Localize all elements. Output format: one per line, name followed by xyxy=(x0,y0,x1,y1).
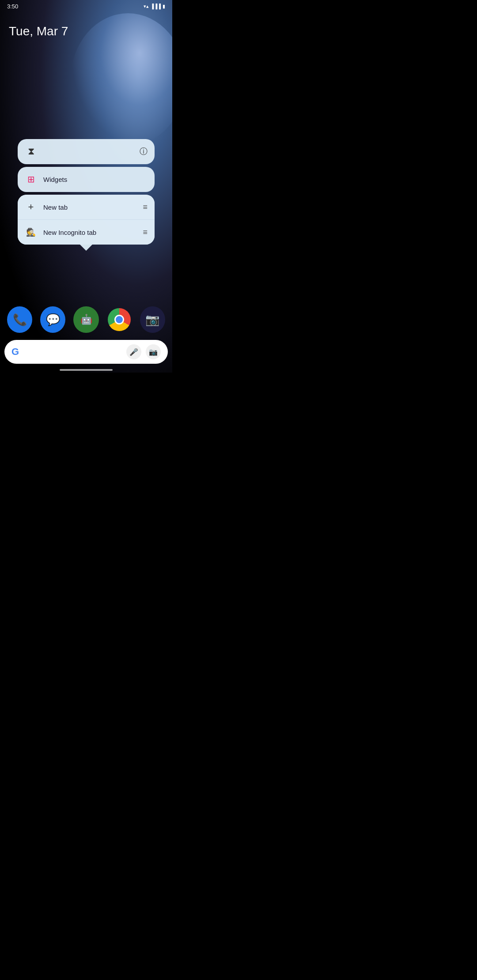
chrome-app-icon[interactable] xyxy=(107,306,132,333)
chrome-inner-circle xyxy=(114,315,124,324)
signal-icon: ▐▐▐ xyxy=(151,4,161,9)
plus-icon: + xyxy=(25,201,37,213)
context-menu: ⧗ ⓘ ⊞ Widgets + New tab ≡ 🕵 New Incognit… xyxy=(18,139,155,245)
info-icon[interactable]: ⓘ xyxy=(140,146,148,157)
search-bar[interactable]: G 🎤 📷 xyxy=(4,340,168,364)
new-tab-item[interactable]: + New tab ≡ xyxy=(18,195,155,220)
dock: 📞 💬 🤖 📷 xyxy=(0,306,172,333)
voice-search-button[interactable]: 🎤 xyxy=(126,344,141,359)
phone-icon: 📞 xyxy=(13,313,27,327)
messages-icon: 💬 xyxy=(46,313,60,327)
drag-handle-incognito: ≡ xyxy=(143,228,148,237)
nav-bar-handle xyxy=(60,369,113,371)
date-display: Tue, Mar 7 xyxy=(9,24,68,38)
wifi-icon: ▾▴ xyxy=(144,4,149,9)
microphone-icon: 🎤 xyxy=(129,348,138,356)
status-icons: ▾▴ ▐▐▐ ▮ xyxy=(144,4,165,9)
widgets-icon: ⊞ xyxy=(25,173,37,185)
new-incognito-tab-label: New Incognito tab xyxy=(43,229,136,236)
camera-app-icon[interactable]: 📷 xyxy=(140,306,165,333)
status-bar: 3:50 ▾▴ ▐▐▐ ▮ xyxy=(0,0,172,12)
messages-app-icon[interactable]: 💬 xyxy=(40,306,65,333)
camera-icon: 📷 xyxy=(145,313,159,327)
lens-search-button[interactable]: 📷 xyxy=(146,344,161,359)
android-app-icon[interactable]: 🤖 xyxy=(73,306,98,333)
new-incognito-tab-item[interactable]: 🕵 New Incognito tab ≡ xyxy=(18,220,155,245)
drag-handle-new-tab: ≡ xyxy=(143,203,148,212)
chrome-icon xyxy=(108,308,131,331)
lens-icon: 📷 xyxy=(149,348,158,356)
widgets-label: Widgets xyxy=(43,176,148,183)
hourglass-icon: ⧗ xyxy=(25,145,37,158)
incognito-icon: 🕵 xyxy=(25,226,37,238)
google-logo: G xyxy=(11,346,19,358)
tab-group: + New tab ≡ 🕵 New Incognito tab ≡ xyxy=(18,195,155,245)
widgets-item[interactable]: ⊞ Widgets xyxy=(18,167,155,192)
android-icon: 🤖 xyxy=(80,314,92,325)
new-tab-label: New tab xyxy=(43,204,136,211)
status-time: 3:50 xyxy=(7,3,18,10)
phone-app-icon[interactable]: 📞 xyxy=(7,306,32,333)
app-info-item[interactable]: ⧗ ⓘ xyxy=(18,139,155,164)
battery-icon: ▮ xyxy=(163,4,165,9)
